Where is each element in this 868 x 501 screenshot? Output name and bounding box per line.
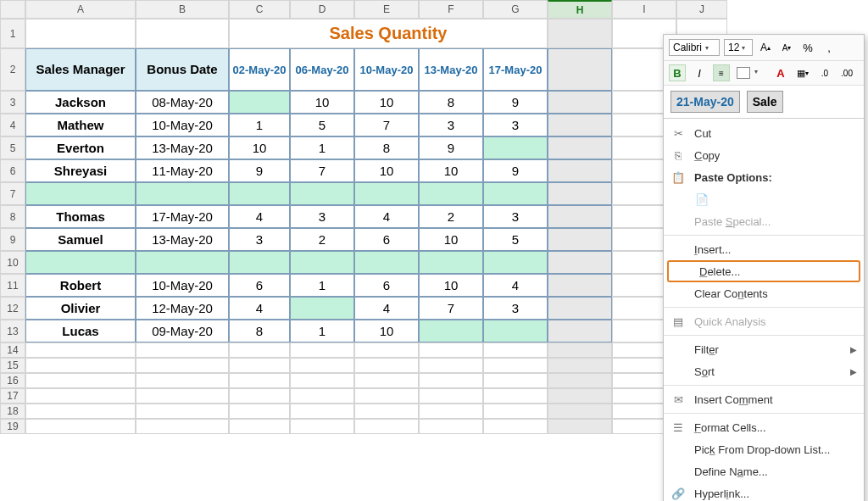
col-header-I[interactable]: I <box>612 0 676 19</box>
row-header-8[interactable]: 8 <box>0 205 25 228</box>
cell[interactable] <box>548 419 612 434</box>
cell[interactable] <box>136 419 229 434</box>
cell[interactable] <box>25 19 136 48</box>
row-header-4[interactable]: 4 <box>0 114 25 136</box>
decimal-inc-button[interactable]: .00 <box>838 64 855 81</box>
menu-insert-comment[interactable]: ✉Insert Comment <box>664 388 864 410</box>
cell-value[interactable] <box>229 91 290 114</box>
cell[interactable] <box>419 358 483 373</box>
cell-bonus-date[interactable]: 11-May-20 <box>136 159 229 182</box>
cell[interactable] <box>548 91 612 114</box>
cell[interactable] <box>136 19 229 48</box>
date-header[interactable]: 13-May-20 <box>419 48 483 91</box>
date-header[interactable]: 06-May-20 <box>290 48 354 91</box>
cell[interactable] <box>136 358 229 373</box>
col-header-H[interactable]: H <box>548 0 612 19</box>
cell-value[interactable] <box>419 320 483 342</box>
cell[interactable] <box>136 373 229 388</box>
cell-bonus-date[interactable]: 12-May-20 <box>136 297 229 320</box>
cell-manager[interactable]: Mathew <box>25 114 136 136</box>
cell-value[interactable]: 9 <box>229 159 290 182</box>
cell-manager[interactable]: Lucas <box>25 320 136 342</box>
cell-value[interactable] <box>290 297 354 320</box>
cell[interactable] <box>419 419 483 434</box>
cell[interactable] <box>354 342 419 358</box>
cell-value[interactable]: 4 <box>229 205 290 228</box>
menu-pick-list[interactable]: Pick From Drop-down List... <box>664 438 864 460</box>
cell-value[interactable]: 10 <box>419 274 483 297</box>
cell-value[interactable]: 1 <box>290 320 354 342</box>
cell[interactable] <box>548 19 612 48</box>
cell-empty[interactable] <box>25 182 136 205</box>
cell-empty[interactable] <box>419 182 483 205</box>
row-header-13[interactable]: 13 <box>0 320 25 342</box>
cell-value[interactable]: 1 <box>290 274 354 297</box>
cell[interactable] <box>548 251 612 274</box>
cell[interactable] <box>548 388 612 404</box>
title-cell[interactable]: Sales Quantity <box>229 19 548 48</box>
date-header[interactable]: 10-May-20 <box>354 48 419 91</box>
cell-empty[interactable] <box>136 182 229 205</box>
cell[interactable] <box>548 297 612 320</box>
cell-value[interactable]: 3 <box>290 205 354 228</box>
cell-value[interactable]: 10 <box>419 228 483 251</box>
row-header-18[interactable]: 18 <box>0 404 25 419</box>
font-family-select[interactable]: Calibri▾ <box>669 39 720 56</box>
cell[interactable] <box>229 373 290 388</box>
cell-value[interactable]: 10 <box>354 91 419 114</box>
select-all-corner[interactable] <box>0 0 25 19</box>
cell[interactable] <box>25 373 136 388</box>
cell-value[interactable]: 9 <box>419 136 483 159</box>
cell[interactable] <box>354 419 419 434</box>
cell-manager[interactable]: Robert <box>25 274 136 297</box>
cell-value[interactable] <box>483 320 548 342</box>
menu-cut[interactable]: ✂Cut <box>664 122 864 144</box>
font-size-select[interactable]: 12▾ <box>724 39 753 56</box>
cell-manager[interactable]: Samuel <box>25 228 136 251</box>
row-header-9[interactable]: 9 <box>0 228 25 251</box>
cell[interactable] <box>548 274 612 297</box>
cell[interactable] <box>548 182 612 205</box>
cell[interactable] <box>548 373 612 388</box>
row-header-3[interactable]: 3 <box>0 91 25 114</box>
cell-bonus-date[interactable]: 17-May-20 <box>136 205 229 228</box>
cell-value[interactable]: 8 <box>229 320 290 342</box>
cell[interactable] <box>25 404 136 419</box>
menu-hyperlink[interactable]: 🔗Hyperlink... <box>664 482 864 501</box>
cell[interactable] <box>290 404 354 419</box>
cell-manager[interactable]: Shreyasi <box>25 159 136 182</box>
cell-empty[interactable] <box>25 251 136 274</box>
decimal-dec-button[interactable]: .0 <box>816 64 833 81</box>
cell[interactable] <box>548 136 612 159</box>
cell-value[interactable]: 9 <box>483 159 548 182</box>
menu-delete[interactable]: Delete... <box>667 260 860 282</box>
menu-sort[interactable]: Sort▶ <box>664 360 864 382</box>
cell[interactable] <box>25 342 136 358</box>
cell-bonus-date[interactable]: 10-May-20 <box>136 274 229 297</box>
cell[interactable] <box>354 404 419 419</box>
row-header-2[interactable]: 2 <box>0 48 25 91</box>
row-header-19[interactable]: 19 <box>0 419 25 434</box>
cell[interactable] <box>229 388 290 404</box>
menu-clear-contents[interactable]: Clear Contents <box>664 282 864 304</box>
row-header-14[interactable]: 14 <box>0 342 25 358</box>
row-header-10[interactable]: 10 <box>0 251 25 274</box>
cell[interactable] <box>419 373 483 388</box>
header-sales-manager[interactable]: Sales Manager <box>25 48 136 91</box>
cell[interactable] <box>229 419 290 434</box>
cell-empty[interactable] <box>483 182 548 205</box>
col-header-J[interactable]: J <box>676 0 727 19</box>
cell-empty[interactable] <box>483 251 548 274</box>
fill-color-button[interactable] <box>735 64 752 81</box>
increase-font-icon[interactable]: A▴ <box>757 39 774 56</box>
cell[interactable] <box>548 114 612 136</box>
cell[interactable] <box>483 388 548 404</box>
col-header-E[interactable]: E <box>354 0 419 19</box>
cell[interactable] <box>354 358 419 373</box>
cell-value[interactable]: 10 <box>354 159 419 182</box>
cell[interactable] <box>548 404 612 419</box>
cell-manager[interactable]: Thomas <box>25 205 136 228</box>
menu-copy[interactable]: ⎘Copy <box>664 144 864 166</box>
cell-value[interactable]: 3 <box>483 297 548 320</box>
cell-value[interactable]: 8 <box>354 136 419 159</box>
